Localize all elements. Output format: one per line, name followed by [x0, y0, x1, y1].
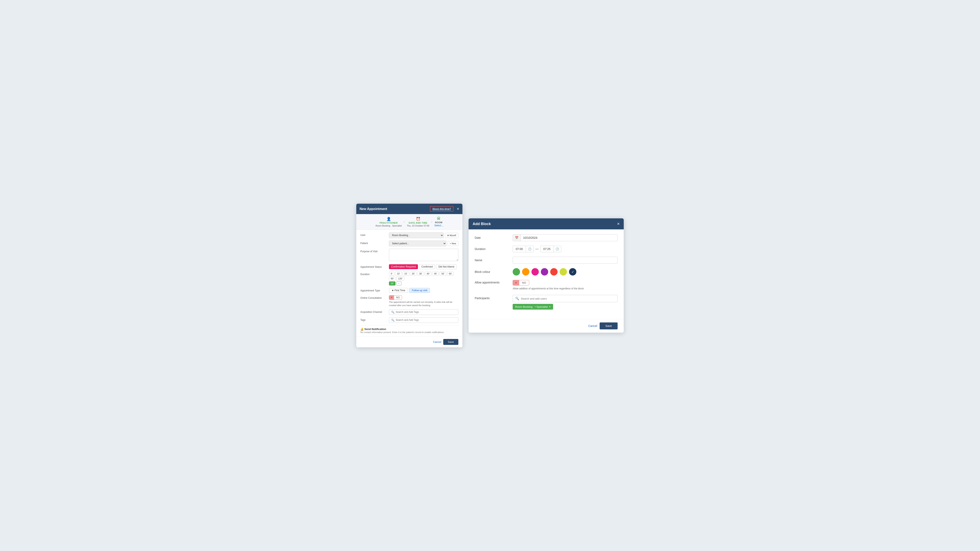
right-modal-footer: Cancel Save [469, 319, 624, 333]
did-not-attend-button[interactable]: Did Not Attend [436, 264, 456, 269]
online-consultation-row: Online Consultation ✕ NO The appointment… [360, 295, 458, 307]
name-row: Name [475, 257, 617, 264]
participant-tag-label: Room Booking . • Specialist [515, 305, 548, 308]
allow-x-icon: ✕ [513, 280, 519, 285]
start-time-input[interactable]: 07:00 🕐 [513, 246, 534, 252]
right-form-body: Date 📅 10/10/2024 Duration 07:00 🕐 — 07:… [469, 229, 624, 319]
start-time-value: 07:00 [513, 246, 526, 252]
step-practitioner[interactable]: 👤 PRACTITIONER Room Booking . Specialist [375, 216, 402, 227]
acquisition-search[interactable]: 🔍 [389, 310, 458, 315]
pill-40[interactable]: 40' [425, 272, 431, 276]
patient-select[interactable]: Select patient... [389, 241, 446, 246]
allow-section: ✕ NO Allow addition of appointments at t… [513, 280, 584, 291]
follow-up-button[interactable]: Follow-up visit [409, 288, 430, 293]
acquisition-label: Acquisition Channel [360, 310, 387, 313]
tags-search-icon: 🔍 [391, 319, 395, 322]
date-row: Date 📅 10/10/2024 [475, 234, 617, 241]
arrow-1: › [404, 220, 405, 224]
notification-desc: No contact information present. Enter it… [360, 331, 458, 333]
status-buttons-group: Confirmation Required Confirmed Did Not … [389, 264, 458, 269]
confirmation-required-button[interactable]: Confirmation Required [389, 264, 418, 269]
participant-remove-button[interactable]: × [549, 305, 550, 308]
right-cancel-button[interactable]: Cancel [588, 322, 597, 329]
status-row: Appointment Status Confirmation Required… [360, 264, 458, 269]
pill-25-active[interactable]: 25' [389, 281, 396, 286]
color-dark-blue[interactable]: ✓ [569, 268, 576, 275]
pill-5[interactable]: 5' [389, 272, 394, 276]
right-save-button[interactable]: Save [600, 322, 617, 329]
tags-search[interactable]: 🔍 [389, 318, 458, 323]
purpose-textarea[interactable] [389, 249, 458, 261]
tags-control: 🔍 [389, 318, 458, 323]
new-patient-button[interactable]: + New [447, 241, 458, 246]
purpose-row: Purpose of Visit [360, 249, 458, 262]
allow-appointments-row: Allow appointments ✕ NO Allow addition o… [475, 280, 617, 291]
left-modal-close-button[interactable]: × [457, 206, 459, 211]
participants-row: Participants 🔍 Room Booking . • Speciali… [475, 295, 617, 310]
right-modal-close-button[interactable]: × [617, 221, 620, 227]
search-users-wrap[interactable]: 🔍 [513, 295, 617, 302]
patient-row: Patient Select patient... + New [360, 241, 458, 246]
step-room[interactable]: 🏛 ROOM Select... [434, 216, 443, 227]
practitioner-label: PRACTITIONER [380, 222, 398, 224]
pill-50[interactable]: 50' [439, 272, 446, 276]
appointment-type-row: Appointment Type ★ First Time Follow-up … [360, 288, 458, 293]
search-users-input[interactable] [521, 297, 615, 300]
color-green[interactable] [513, 268, 520, 275]
name-input[interactable] [513, 257, 617, 264]
date-label: Date [475, 236, 509, 240]
user-label: User [360, 232, 387, 237]
right-duration-label: Duration [475, 247, 509, 251]
date-value: 10/10/2024 [520, 235, 617, 241]
pill-10[interactable]: 10' [395, 272, 402, 276]
room-sub[interactable]: Select... [434, 224, 443, 227]
color-pink[interactable] [531, 268, 539, 275]
myself-button[interactable]: ⊕ Myself [445, 233, 458, 238]
color-yellow[interactable] [560, 268, 567, 275]
left-save-button[interactable]: Save [443, 339, 458, 345]
pill-120[interactable]: 120' [396, 276, 404, 281]
right-modal-title: Add Block [473, 222, 491, 226]
purpose-control [389, 249, 458, 262]
step-date-time[interactable]: ⏰ DATE AND TIME Thu, 10 October 07:00 [407, 216, 429, 227]
allow-no-text: NO [519, 280, 529, 285]
pill-30[interactable]: 30' [417, 272, 424, 276]
pill-20[interactable]: 20' [410, 272, 417, 276]
allow-toggle[interactable]: ✕ NO [513, 280, 529, 286]
block-time-button[interactable]: Block this time? [430, 206, 453, 212]
online-toggle[interactable]: ✕ NO [389, 295, 402, 300]
pill-60[interactable]: 60' [447, 272, 453, 276]
user-row: User Room Booking . ⊕ Myself [360, 232, 458, 238]
color-red[interactable] [550, 268, 558, 275]
calendar-icon: 📅 [513, 235, 520, 241]
pill-90[interactable]: 90' [389, 276, 396, 281]
tags-row: Tags 🔍 [360, 318, 458, 323]
pill-45[interactable]: 45' [432, 272, 439, 276]
end-clock-icon: 🕐 [553, 246, 561, 252]
datetime-sub: Thu, 10 October 07:00 [407, 224, 429, 227]
add-block-modal: Add Block × Date 📅 10/10/2024 Duration 0… [469, 218, 624, 333]
right-duration-row: Duration 07:00 🕐 — 07:25 🕐 [475, 246, 617, 252]
acquisition-input[interactable] [396, 311, 456, 313]
end-time-input[interactable]: 07:25 🕐 [540, 246, 561, 252]
steps-bar: 👤 PRACTITIONER Room Booking . Specialist… [356, 214, 463, 230]
type-buttons-group: ★ First Time Follow-up visit [389, 288, 458, 293]
tags-input[interactable] [396, 319, 456, 321]
datetime-icon: ⏰ [416, 217, 420, 221]
room-label: ROOM [435, 221, 442, 224]
color-circles-group: ✓ [513, 268, 576, 275]
allow-appointments-label: Allow appointments [475, 280, 509, 284]
online-description: The appointment will be carried out remo… [389, 301, 458, 307]
first-time-button[interactable]: ★ First Time [389, 288, 408, 293]
left-cancel-button[interactable]: Cancel [433, 339, 441, 345]
status-label: Appointment Status [360, 264, 387, 268]
user-select[interactable]: Room Booking . [389, 232, 444, 238]
date-input-wrap[interactable]: 📅 10/10/2024 [513, 234, 617, 241]
start-clock-icon: 🕐 [526, 246, 533, 252]
pill-15[interactable]: 15' [402, 272, 409, 276]
confirmed-button[interactable]: Confirmed [419, 264, 435, 269]
color-purple[interactable] [541, 268, 548, 275]
new-appointment-modal: New Appointment Block this time? × 👤 PRA… [356, 204, 463, 347]
color-orange[interactable] [522, 268, 530, 275]
pill-plus-button[interactable]: + [396, 281, 401, 286]
